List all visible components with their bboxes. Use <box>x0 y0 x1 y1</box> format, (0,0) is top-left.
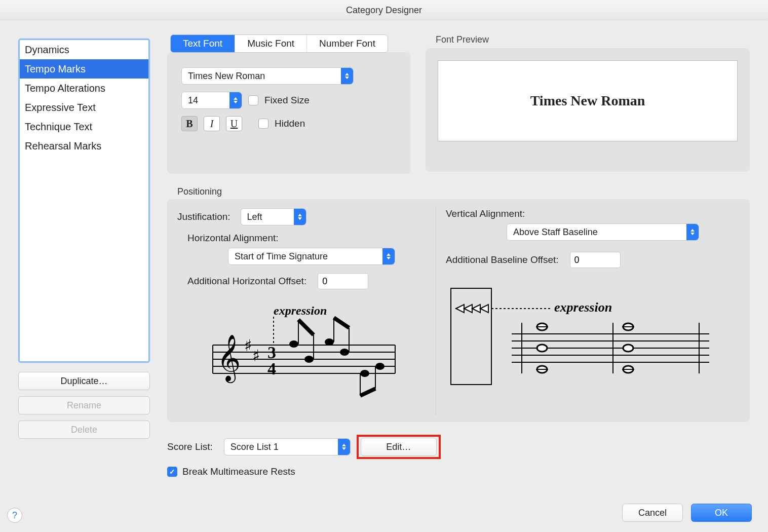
svg-point-17 <box>325 338 334 346</box>
v-align-value: Above Staff Baseline <box>513 227 598 238</box>
svg-point-44 <box>537 345 547 352</box>
delete-button[interactable]: Delete <box>18 421 150 439</box>
font-preview-box: Times New Roman <box>438 60 738 141</box>
hidden-label: Hidden <box>275 118 305 129</box>
vertical-positioning: Vertical Alignment: Above Staff Baseline… <box>446 208 729 392</box>
h-align-value: Start of Time Signature <box>235 251 328 262</box>
chevron-updown-icon <box>229 92 242 108</box>
justification-label: Justification: <box>177 211 231 222</box>
chevron-updown-icon <box>294 209 306 225</box>
font-preview-sample: Times New Roman <box>530 93 645 109</box>
justification-value: Left <box>247 212 262 222</box>
positioning-fieldset: Positioning Justification: Left <box>167 186 750 425</box>
svg-point-15 <box>304 356 314 363</box>
tab-text-font[interactable]: Text Font <box>171 35 235 52</box>
svg-text:4: 4 <box>267 359 276 378</box>
font-family-select[interactable]: Times New Roman <box>181 67 354 85</box>
content: Dynamics Tempo Marks Tempo Alterations E… <box>0 20 768 532</box>
footer-buttons: Cancel OK <box>622 504 752 522</box>
font-preview-box-outer: Times New Roman <box>426 48 750 172</box>
h-align-label: Horizontal Alignment: <box>187 233 279 243</box>
chevron-updown-icon <box>341 68 353 84</box>
svg-text:𝄞: 𝄞 <box>217 335 241 384</box>
horizontal-positioning: Justification: Left Horizontal Alignment… <box>177 208 441 403</box>
score-list-label: Score List: <box>167 441 213 452</box>
category-list[interactable]: Dynamics Tempo Marks Tempo Alterations E… <box>18 39 150 363</box>
underline-toggle[interactable]: U <box>226 116 242 131</box>
font-family-value: Times New Roman <box>188 71 265 82</box>
v-offset-input[interactable] <box>570 252 621 268</box>
v-align-label: Vertical Alignment: <box>446 208 525 219</box>
font-preview-panel: Font Preview Times New Roman <box>426 34 750 172</box>
h-offset-input[interactable] <box>318 273 368 289</box>
category-item-technique-text[interactable]: Technique Text <box>20 117 148 136</box>
right-column: Text Font Music Font Number Font Times N… <box>167 34 755 174</box>
positioning-legend: Positioning <box>177 186 750 197</box>
svg-marker-32 <box>480 305 488 313</box>
fixed-size-label: Fixed Size <box>264 95 310 106</box>
left-column: Dynamics Tempo Marks Tempo Alterations E… <box>18 39 150 439</box>
svg-point-23 <box>375 363 385 370</box>
font-size-value: 14 <box>188 95 198 106</box>
help-button[interactable]: ? <box>7 508 22 523</box>
h-offset-label: Additional Horizontal Offset: <box>187 276 306 287</box>
vertical-staff-diagram: expression <box>446 283 729 392</box>
svg-point-19 <box>340 349 349 356</box>
category-item-rehearsal-marks[interactable]: Rehearsal Marks <box>20 136 148 156</box>
font-panel: Times New Roman 14 Fixed Size B I <box>167 52 410 174</box>
edit-button-highlight: Edit… <box>357 435 441 459</box>
svg-line-27 <box>360 389 375 396</box>
tab-music-font[interactable]: Music Font <box>235 35 307 52</box>
h-align-select[interactable]: Start of Time Signature <box>228 248 395 265</box>
svg-text:♯: ♯ <box>244 336 252 355</box>
window-title: Category Designer <box>346 5 422 15</box>
chevron-updown-icon <box>686 224 699 240</box>
category-item-tempo-alterations[interactable]: Tempo Alterations <box>20 79 148 98</box>
justification-select[interactable]: Left <box>241 208 306 225</box>
svg-marker-30 <box>464 305 472 313</box>
category-item-expressive-text[interactable]: Expressive Text <box>20 98 148 117</box>
font-section: Text Font Music Font Number Font Times N… <box>167 34 755 174</box>
break-rests-checkbox[interactable] <box>167 467 177 477</box>
svg-point-13 <box>289 340 298 348</box>
duplicate-button[interactable]: Duplicate… <box>18 372 150 390</box>
font-size-select[interactable]: 14 <box>181 92 242 109</box>
tab-number-font[interactable]: Number Font <box>307 35 388 52</box>
horizontal-staff-diagram: expression <box>177 299 441 403</box>
score-list-row: Score List: Score List 1 Edit… <box>167 435 750 459</box>
rename-button[interactable]: Rename <box>18 396 150 414</box>
svg-text:♯: ♯ <box>252 347 260 365</box>
edit-button[interactable]: Edit… <box>361 438 437 456</box>
bottom-row: Score List: Score List 1 Edit… Break Mul… <box>167 435 750 477</box>
score-list-select[interactable]: Score List 1 <box>224 438 351 455</box>
svg-marker-29 <box>456 305 464 313</box>
chevron-updown-icon <box>338 439 350 455</box>
fixed-size-checkbox[interactable] <box>248 95 258 105</box>
svg-marker-31 <box>472 305 480 313</box>
v-offset-label: Additional Baseline Offset: <box>446 254 559 265</box>
title-bar: Category Designer <box>0 0 768 20</box>
svg-line-25 <box>298 320 314 335</box>
left-button-group: Duplicate… Rename Delete <box>18 372 150 439</box>
v-align-select[interactable]: Above Staff Baseline <box>507 223 699 241</box>
svg-point-21 <box>360 370 369 377</box>
font-tabs: Text Font Music Font Number Font <box>170 34 388 53</box>
italic-toggle[interactable]: I <box>204 116 220 131</box>
chevron-updown-icon <box>382 248 395 264</box>
expression-text: expression <box>274 304 327 317</box>
cancel-button[interactable]: Cancel <box>622 504 683 522</box>
svg-line-26 <box>334 318 349 328</box>
svg-rect-28 <box>451 288 491 385</box>
svg-text:expression: expression <box>554 300 612 315</box>
ok-button[interactable]: OK <box>691 504 752 522</box>
font-preview-label: Font Preview <box>436 34 750 45</box>
category-item-dynamics[interactable]: Dynamics <box>20 40 148 59</box>
break-rests-label: Break Multimeasure Rests <box>182 466 295 477</box>
positioning-body: Justification: Left Horizontal Alignment… <box>167 199 750 422</box>
category-item-tempo-marks[interactable]: Tempo Marks <box>20 59 148 79</box>
score-list-value: Score List 1 <box>231 442 279 452</box>
svg-point-47 <box>623 345 633 352</box>
break-rests-row: Break Multimeasure Rests <box>167 466 750 477</box>
hidden-checkbox[interactable] <box>258 119 268 129</box>
bold-toggle[interactable]: B <box>181 116 198 131</box>
